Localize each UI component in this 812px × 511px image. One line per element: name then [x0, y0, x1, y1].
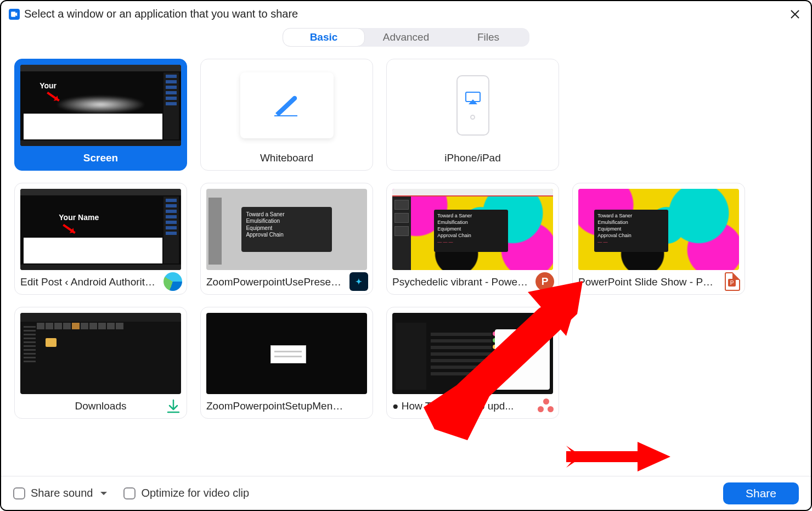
tab-advanced[interactable]: Advanced: [365, 28, 447, 47]
window-thumbnail: Your Name: [20, 189, 181, 270]
airplay-icon: [465, 92, 481, 105]
powerpoint-icon: [535, 272, 554, 291]
svg-rect-0: [274, 115, 297, 116]
mode-tabs: Basic Advanced Files: [283, 28, 529, 47]
window-thumbnail: [20, 313, 181, 394]
svg-marker-5: [566, 442, 670, 471]
optimize-video-label: Optimize for video clip: [141, 487, 249, 499]
edge-icon: [163, 272, 182, 291]
tab-files[interactable]: Files: [447, 28, 529, 47]
optimize-video-checkbox[interactable]: Optimize for video clip: [123, 487, 249, 499]
window-label: ● How To — How to upd...: [392, 400, 514, 412]
window-thumbnail: Toward a Saner Emulsification Equipment …: [392, 189, 553, 270]
window-ppt-slideshow[interactable]: Toward a Saner Emulsification Equipment …: [572, 183, 745, 295]
whiteboard-thumbnail: [206, 65, 367, 146]
svg-marker-6: [566, 446, 583, 468]
iphone-thumbnail: [392, 65, 553, 146]
window-edit-post[interactable]: Your Name Edit Post ‹ Android Authority …: [14, 183, 187, 295]
window-thumbnail: Toward a SanerEmulsificationEquipmentApp…: [206, 189, 367, 270]
pen-icon: [272, 94, 302, 116]
window-psychedelic-ppt[interactable]: Toward a Saner Emulsification Equipment …: [386, 183, 559, 295]
photoshop-icon: ✦: [349, 272, 368, 291]
window-thumbnail: Toward a Saner Emulsification Equipment …: [578, 189, 739, 270]
share-sound-checkbox[interactable]: Share sound: [13, 487, 107, 499]
window-zoom-setup-menu[interactable]: ZoomPowerpointSetupMenu.jpg ...: [200, 307, 373, 419]
download-icon: [166, 398, 181, 414]
window-label: PowerPoint Slide Show - Psyche...: [578, 276, 715, 288]
window-thumbnail: [392, 313, 553, 394]
powerpoint-file-icon: [725, 272, 740, 291]
option-iphone-label: iPhone/iPad: [444, 152, 500, 164]
window-label: Downloads: [75, 400, 127, 412]
window-label: ZoomPowerpointSetupMenu.jpg ...: [206, 400, 343, 412]
screen-thumbnail: Your: [20, 65, 181, 146]
option-whiteboard-label: Whiteboard: [260, 152, 313, 164]
annotation-arrow-share: [566, 437, 676, 478]
window-how-to[interactable]: ● How To — How to upd...: [386, 307, 559, 419]
share-button[interactable]: Share: [723, 482, 799, 504]
option-screen[interactable]: Your Screen: [14, 59, 187, 171]
option-whiteboard[interactable]: Whiteboard: [200, 59, 373, 171]
tab-basic[interactable]: Basic: [283, 28, 365, 47]
footer-bar: Share sound Optimize for video clip Shar…: [1, 476, 811, 510]
window-label: Edit Post ‹ Android Authority — ...: [20, 276, 157, 288]
zoom-logo-icon: [9, 9, 20, 20]
option-screen-label: Screen: [83, 152, 118, 164]
window-downloads[interactable]: Downloads: [14, 307, 187, 419]
window-label: ZoomPowerpointUsePresenterVie...: [206, 276, 343, 288]
dialog-title: Select a window or an application that y…: [24, 8, 298, 20]
window-zoom-presenter-view[interactable]: Toward a SanerEmulsificationEquipmentApp…: [200, 183, 373, 295]
asana-icon: [538, 398, 554, 415]
close-button[interactable]: [789, 8, 801, 20]
window-thumbnail: [206, 313, 367, 394]
share-sound-label: Share sound: [31, 487, 93, 499]
chevron-down-icon[interactable]: [100, 492, 107, 498]
window-label: Psychedelic vibrant - PowerPoint: [392, 276, 529, 288]
option-iphone-ipad[interactable]: iPhone/iPad: [386, 59, 559, 171]
